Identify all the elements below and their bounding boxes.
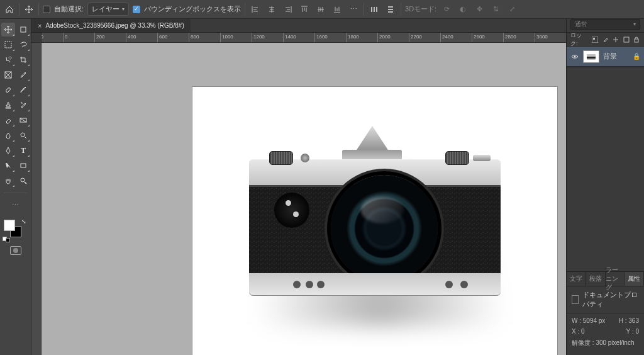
- type-tool[interactable]: T: [16, 144, 30, 157]
- blur-tool[interactable]: [1, 128, 15, 142]
- 3d-pan-icon[interactable]: ✥: [473, 3, 486, 16]
- zoom-tool[interactable]: [16, 174, 30, 188]
- visibility-toggle-icon[interactable]: [570, 52, 579, 61]
- prop-w-value[interactable]: 5094 px: [583, 317, 606, 324]
- align-vcenter-icon[interactable]: [314, 3, 327, 16]
- svg-rect-13: [21, 164, 26, 167]
- brush-tool[interactable]: [16, 83, 30, 97]
- color-swatches[interactable]: ⤡: [1, 218, 28, 242]
- tab-learning[interactable]: ラーニング: [606, 272, 625, 286]
- home-icon[interactable]: [4, 4, 15, 15]
- ruler-tick: 200: [94, 33, 126, 43]
- dodge-tool[interactable]: [16, 128, 30, 142]
- swap-colors-icon[interactable]: ⤡: [21, 218, 26, 225]
- lock-label: ロック:: [570, 31, 588, 48]
- svg-rect-1: [374, 7, 375, 12]
- marquee-tool[interactable]: [1, 38, 15, 52]
- lock-pixels-icon[interactable]: [591, 36, 599, 43]
- prop-x-value[interactable]: 0: [581, 328, 585, 335]
- edit-toolbar-icon[interactable]: ⋯: [9, 198, 23, 212]
- canvas-workspace[interactable]: [42, 43, 566, 355]
- path-select-tool[interactable]: [1, 159, 15, 172]
- svg-rect-18: [624, 37, 629, 42]
- separator: [38, 3, 39, 16]
- lasso-tool[interactable]: [16, 38, 30, 52]
- ruler-tick: 2800: [503, 33, 535, 43]
- quick-mask-toggle[interactable]: [1, 246, 30, 255]
- align-top-icon[interactable]: [298, 3, 311, 16]
- ruler-tick: 2600: [472, 33, 503, 43]
- eraser-tool[interactable]: [1, 113, 15, 127]
- svg-rect-10: [6, 87, 11, 93]
- close-tab-icon[interactable]: ×: [38, 22, 42, 30]
- blend-mode-value: 通常: [575, 20, 587, 29]
- svg-point-14: [21, 178, 25, 182]
- document-tab[interactable]: × AdobeStock_323895666.jpeg @ 33.3% (RGB…: [31, 19, 191, 32]
- move-tool[interactable]: [1, 23, 15, 37]
- separator: [364, 3, 364, 16]
- prop-y-value[interactable]: 0: [635, 328, 639, 335]
- svg-rect-19: [635, 39, 638, 42]
- blend-mode-dropdown[interactable]: 通常: [570, 19, 640, 30]
- layer-name: 背景: [603, 52, 617, 61]
- rectangle-tool[interactable]: [16, 159, 30, 172]
- separator: [401, 3, 401, 16]
- auto-select-checkbox[interactable]: [43, 6, 50, 13]
- distribute-h-icon[interactable]: [368, 3, 380, 16]
- hand-tool[interactable]: [1, 174, 15, 188]
- document-tab-strip: × AdobeStock_323895666.jpeg @ 33.3% (RGB…: [31, 19, 566, 33]
- quick-select-tool[interactable]: [1, 53, 15, 67]
- stamp-tool[interactable]: [1, 98, 15, 112]
- tab-paragraph[interactable]: 段落: [586, 272, 606, 286]
- document-icon: [572, 295, 579, 304]
- ruler-tick: 2000: [377, 33, 409, 43]
- layer-lock-icon[interactable]: 🔒: [633, 53, 640, 60]
- prop-y-label: Y :: [626, 328, 634, 335]
- lock-brush-icon[interactable]: [602, 36, 609, 43]
- crop-tool[interactable]: [16, 53, 30, 67]
- align-right-icon[interactable]: [282, 3, 294, 16]
- ruler-tick: 2200: [409, 33, 440, 43]
- prop-h-value[interactable]: 363: [628, 317, 639, 324]
- lock-position-icon[interactable]: [612, 36, 619, 43]
- tab-character[interactable]: 文字: [567, 272, 586, 286]
- auto-select-target-dropdown[interactable]: レイヤー: [87, 3, 129, 16]
- prop-res-value[interactable]: 300 pixel/inch: [596, 339, 634, 346]
- ruler-origin[interactable]: [31, 33, 42, 43]
- align-more-icon[interactable]: ⋯: [347, 3, 360, 16]
- svg-point-12: [21, 133, 25, 137]
- mode-3d-label: 3Dモード:: [405, 4, 436, 14]
- 3d-slide-icon[interactable]: ⇅: [489, 3, 502, 16]
- align-hcenter-icon[interactable]: [265, 3, 278, 16]
- artboard-tool[interactable]: [16, 23, 30, 37]
- pen-tool[interactable]: [1, 144, 15, 157]
- horizontal-ruler[interactable]: -200020040060080010001200140016001800200…: [31, 33, 566, 43]
- layer-thumbnail[interactable]: [583, 50, 599, 63]
- show-bbox-label: バウンディングボックスを表示: [144, 4, 241, 14]
- move-tool-icon[interactable]: [23, 4, 35, 15]
- frame-tool[interactable]: [1, 68, 15, 82]
- properties-header: ドキュメントプロパティ: [567, 286, 644, 313]
- history-brush-tool[interactable]: [16, 98, 30, 112]
- reset-colors-icon[interactable]: [3, 237, 10, 242]
- distribute-v-icon[interactable]: [384, 3, 397, 16]
- 3d-orbit-icon[interactable]: ⟳: [440, 3, 453, 16]
- align-bottom-icon[interactable]: [331, 3, 343, 16]
- tab-attributes[interactable]: 属性: [625, 272, 644, 286]
- document-canvas[interactable]: [192, 87, 557, 355]
- lock-artboard-icon[interactable]: [623, 36, 630, 43]
- svg-rect-6: [21, 27, 26, 32]
- 3d-roll-icon[interactable]: ◐: [457, 3, 469, 16]
- document-tab-title: AdobeStock_323895666.jpeg @ 33.3% (RGB/8…: [45, 22, 184, 29]
- vertical-ruler[interactable]: [31, 43, 42, 355]
- healing-tool[interactable]: [1, 83, 15, 97]
- show-bbox-checkbox[interactable]: [133, 6, 140, 13]
- gradient-tool[interactable]: [16, 113, 30, 127]
- layer-row[interactable]: 背景 🔒: [567, 47, 644, 67]
- foreground-color[interactable]: [4, 220, 15, 231]
- canvas-image: [249, 125, 501, 307]
- 3d-scale-icon[interactable]: ⤢: [506, 3, 518, 16]
- lock-all-icon[interactable]: [633, 36, 640, 43]
- align-left-icon[interactable]: [249, 3, 262, 16]
- eyedropper-tool[interactable]: [16, 68, 30, 82]
